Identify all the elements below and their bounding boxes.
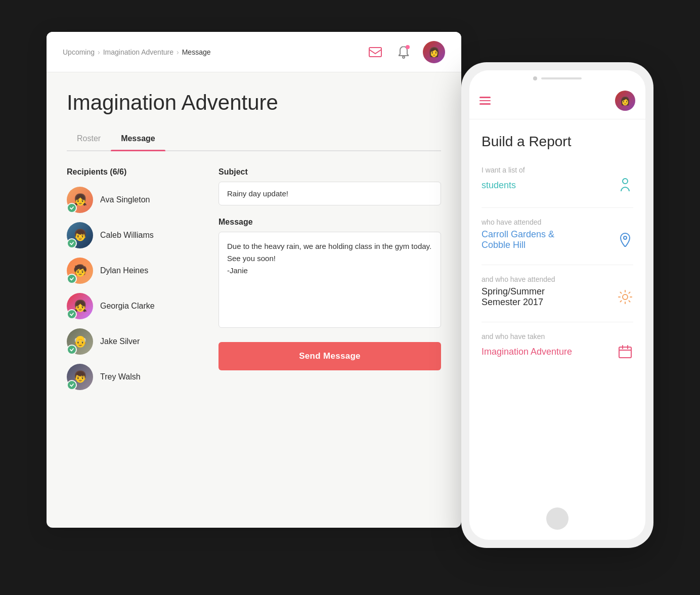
check-badge	[67, 203, 77, 213]
recipient-list: 👧 Ava Singleton 👦	[67, 187, 198, 390]
hamburger-line	[479, 103, 491, 105]
recipients-heading: Recipients (6/6)	[67, 167, 198, 177]
report-title: Build a Report	[482, 134, 633, 150]
report-value-row: Carroll Gardens &Cobble Hill	[482, 229, 633, 250]
phone-header: 👩	[469, 84, 645, 119]
list-item: 👦 Trey Walsh	[67, 364, 198, 390]
tab-roster[interactable]: Roster	[67, 129, 111, 150]
nav-icons: 👩	[366, 41, 445, 63]
check-badge	[67, 238, 77, 248]
notification-dot	[406, 45, 410, 49]
home-button[interactable]	[546, 507, 568, 530]
svg-point-1	[403, 56, 405, 58]
breadcrumb-upcoming[interactable]: Upcoming	[63, 48, 95, 56]
divider	[482, 265, 633, 265]
location-icon	[617, 232, 633, 248]
recipient-name: Jake Silver	[100, 337, 140, 346]
report-value-class[interactable]: Imagination Adventure	[482, 347, 572, 357]
person-icon	[617, 177, 633, 193]
calendar-icon	[617, 344, 633, 360]
divider	[482, 322, 633, 322]
svg-line-10	[629, 301, 630, 302]
svg-point-3	[624, 236, 627, 239]
recipient-name: Caleb Williams	[100, 231, 154, 240]
report-label: I want a list of	[482, 166, 633, 174]
recipient-name: Ava Singleton	[100, 195, 150, 204]
report-value-semester[interactable]: Spring/SummerSemester 2017	[482, 286, 545, 308]
check-badge	[67, 380, 77, 390]
page-content: Imagination Adventure Roster Message Rec…	[47, 72, 461, 408]
report-label: and who have attended	[482, 275, 633, 283]
send-message-button[interactable]: Send Message	[218, 342, 441, 370]
page-title: Imagination Adventure	[67, 91, 441, 115]
list-item: 👧 Ava Singleton	[67, 187, 198, 213]
report-section-students: I want a list of students	[482, 166, 633, 193]
hamburger-line	[479, 100, 491, 102]
desktop-card: Upcoming › Imagination Adventure › Messa…	[47, 32, 461, 528]
divider	[482, 207, 633, 208]
report-value-students[interactable]: students	[482, 180, 516, 191]
phone-home-area	[469, 499, 645, 540]
recipient-name: Trey Walsh	[100, 372, 141, 381]
report-section-semester: and who have attended Spring/SummerSemes…	[482, 275, 633, 308]
tab-message[interactable]: Message	[111, 129, 165, 150]
recipients-section: Recipients (6/6) 👧 Ava Singleton	[67, 167, 198, 390]
mail-button[interactable]	[366, 43, 384, 61]
breadcrumb-message: Message	[182, 48, 211, 56]
phone-user-avatar[interactable]: 👩	[615, 91, 635, 111]
report-value-row: Spring/SummerSemester 2017	[482, 286, 633, 308]
list-item: 👦 Caleb Williams	[67, 222, 198, 248]
list-item: 🧒 Dylan Heines	[67, 258, 198, 284]
message-form: Subject Message Due to the heavy rain, w…	[218, 167, 441, 390]
svg-rect-0	[369, 48, 381, 57]
svg-point-4	[623, 294, 628, 300]
check-badge	[67, 274, 77, 284]
subject-input[interactable]	[218, 182, 441, 205]
svg-line-9	[621, 292, 622, 293]
hamburger-line	[479, 97, 491, 98]
status-bar-line	[541, 77, 582, 79]
bell-button[interactable]	[395, 43, 413, 61]
top-nav: Upcoming › Imagination Adventure › Messa…	[47, 32, 461, 72]
sun-icon	[617, 289, 633, 305]
breadcrumb-adventure[interactable]: Imagination Adventure	[103, 48, 173, 56]
list-item: 👴 Jake Silver	[67, 328, 198, 355]
check-badge	[67, 309, 77, 319]
avatar-wrap: 👦	[67, 222, 93, 248]
report-section-location: who have attended Carroll Gardens &Cobbl…	[482, 218, 633, 250]
report-section-class: and who have taken Imagination Adventure	[482, 332, 633, 360]
message-label: Message	[218, 218, 441, 227]
avatar-wrap: 👧	[67, 293, 93, 319]
phone-status-bar	[469, 70, 645, 84]
svg-line-12	[621, 301, 622, 302]
avatar-wrap: 🧒	[67, 258, 93, 284]
message-textarea[interactable]: Due to the heavy rain, we are holding cl…	[218, 232, 441, 328]
tabs-container: Roster Message	[67, 129, 441, 151]
breadcrumb-sep1: ›	[98, 48, 100, 56]
phone-mockup: 👩 Build a Report I want a list of studen…	[461, 62, 653, 548]
recipient-name: Georgia Clarke	[100, 302, 155, 311]
report-value-location[interactable]: Carroll Gardens &Cobble Hill	[482, 229, 554, 250]
report-label: who have attended	[482, 218, 633, 226]
avatar-wrap: 👦	[67, 364, 93, 390]
report-value-row: Imagination Adventure	[482, 344, 633, 360]
report-label: and who have taken	[482, 332, 633, 341]
hamburger-button[interactable]	[479, 97, 491, 105]
report-value-row: students	[482, 177, 633, 193]
phone-inner: 👩 Build a Report I want a list of studen…	[469, 70, 645, 540]
phone-content: Build a Report I want a list of students	[469, 119, 645, 499]
recipient-name: Dylan Heines	[100, 266, 148, 275]
status-dot	[533, 76, 537, 80]
avatar-wrap: 👴	[67, 328, 93, 355]
svg-point-2	[623, 179, 628, 184]
avatar-wrap: 👧	[67, 187, 93, 213]
list-item: 👧 Georgia Clarke	[67, 293, 198, 319]
svg-line-11	[629, 292, 630, 293]
subject-label: Subject	[218, 167, 441, 177]
main-layout: Recipients (6/6) 👧 Ava Singleton	[67, 167, 441, 390]
check-badge	[67, 345, 77, 355]
user-avatar[interactable]: 👩	[423, 41, 445, 63]
breadcrumb: Upcoming › Imagination Adventure › Messa…	[63, 48, 211, 56]
svg-rect-13	[619, 347, 631, 358]
breadcrumb-sep2: ›	[177, 48, 179, 56]
